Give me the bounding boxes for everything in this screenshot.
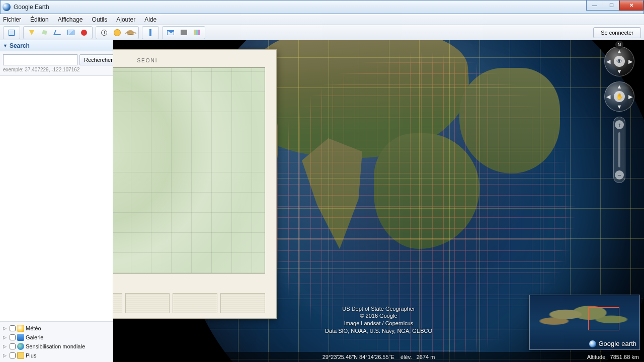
search-button[interactable]: Rechercher (79, 54, 117, 65)
status-coordinates: 29°23'25.46"N 84°14'26.55"E (323, 354, 394, 360)
chevron-left-icon[interactable]: ◀ (606, 94, 610, 100)
globe-icon (17, 343, 24, 350)
zoom-in-button[interactable]: + (615, 120, 624, 129)
layer-row-sensibilisation[interactable]: ▷ Sensibilisation mondiale (1, 342, 112, 351)
window-maximize-button[interactable]: ☐ (603, 1, 620, 11)
menu-ajouter[interactable]: Ajouter (116, 16, 135, 23)
toolbar: Se connecter (0, 25, 644, 40)
chevron-down-icon[interactable]: ▼ (617, 68, 622, 74)
planets-button[interactable] (124, 27, 136, 38)
topo-sheet-body (113, 67, 265, 274)
topo-sheet-title: SEONI (113, 58, 265, 63)
add-image-overlay-button[interactable] (65, 27, 77, 38)
layer-row-galerie[interactable]: ▷ Galerie (1, 333, 112, 342)
chevron-up-icon[interactable]: ▲ (617, 83, 622, 89)
eye-icon[interactable]: 👁 (614, 56, 625, 67)
window-minimize-button[interactable]: — (586, 1, 603, 11)
record-tour-button[interactable] (78, 27, 90, 38)
attribution-line: © 2016 Google (325, 312, 432, 320)
expand-icon: ▷ (3, 344, 8, 349)
menu-fichier[interactable]: Fichier (3, 16, 21, 23)
menu-affichage[interactable]: Affichage (58, 16, 83, 23)
imagery-attribution: US Dept of State Geographer © 2016 Googl… (325, 305, 432, 335)
search-panel-header[interactable]: ▼ Search (0, 40, 113, 51)
overview-view-rect (588, 307, 619, 330)
weather-icon (17, 325, 24, 332)
expand-icon: ▷ (3, 335, 8, 340)
chevron-right-icon[interactable]: ▶ (628, 94, 632, 100)
chevron-down-icon[interactable]: ▼ (617, 104, 622, 110)
topo-map-overlay[interactable]: SEONI (113, 49, 277, 319)
print-button[interactable] (178, 27, 190, 38)
menu-edition[interactable]: Édition (30, 16, 49, 23)
look-compass[interactable]: N ▲ ▼ ◀ ▶ 👁 (604, 46, 634, 76)
search-header-label: Search (10, 42, 30, 49)
add-polygon-button[interactable] (39, 27, 51, 38)
status-elev-value: 2674 m (417, 354, 435, 360)
folder-icon (17, 352, 24, 359)
hide-sidebar-button[interactable] (6, 27, 18, 38)
historical-imagery-button[interactable] (98, 27, 110, 38)
collapse-icon: ▼ (3, 43, 8, 48)
attribution-line: US Dept of State Geographer (325, 305, 432, 313)
window-close-button[interactable]: ✕ (619, 1, 643, 11)
expand-icon: ▷ (3, 353, 8, 358)
layer-label: Sensibilisation mondiale (26, 343, 85, 349)
add-placemark-button[interactable] (26, 27, 38, 38)
layers-panel: ▷ Météo ▷ Galerie ▷ Sensibilisation mond… (0, 322, 113, 362)
menu-outils[interactable]: Outils (92, 16, 108, 23)
places-panel[interactable] (0, 75, 113, 322)
layer-checkbox[interactable] (10, 334, 16, 340)
gallery-icon (17, 334, 24, 341)
window-title: Google Earth (14, 4, 49, 11)
zoom-track[interactable] (618, 132, 620, 167)
window-titlebar: Google Earth — ☐ ✕ (0, 0, 644, 14)
map-viewport[interactable]: SEONI N ▲ ▼ ◀ ▶ 👁 ▲ ▼ ◀ ▶ ✋ + (113, 40, 644, 362)
sunlight-button[interactable] (111, 27, 123, 38)
layer-checkbox[interactable] (10, 325, 16, 331)
layer-checkbox[interactable] (10, 352, 16, 358)
expand-icon: ▷ (3, 326, 8, 331)
search-input[interactable] (3, 54, 77, 65)
status-elev-label: élév. (400, 354, 412, 360)
layer-label: Météo (26, 325, 41, 331)
zoom-out-button[interactable]: − (615, 170, 624, 179)
chevron-left-icon[interactable]: ◀ (606, 58, 610, 65)
sidebar: ▼ Search Rechercher exemple: 37.407229, … (0, 40, 113, 362)
pan-control[interactable]: ▲ ▼ ◀ ▶ ✋ (604, 81, 634, 112)
sign-in-button[interactable]: Se connecter (593, 27, 641, 38)
search-example-text: exemple: 37.407229, -122.107162 (3, 67, 110, 72)
google-earth-logo: Google earth (589, 340, 636, 347)
app-icon (3, 3, 11, 11)
navigation-controls: N ▲ ▼ ◀ ▶ 👁 ▲ ▼ ◀ ▶ ✋ + − (602, 46, 637, 183)
layer-row-meteo[interactable]: ▷ Météo (1, 324, 112, 333)
status-alt-label: Altitude (587, 354, 606, 360)
attribution-line: Data SIO, NOAA, U.S. Navy, NGA, GEBCO (325, 327, 432, 335)
hand-icon[interactable]: ✋ (614, 91, 625, 102)
status-alt-value: 7851.68 km (610, 354, 639, 360)
email-button[interactable] (165, 27, 177, 38)
menu-aide[interactable]: Aide (144, 16, 156, 23)
layer-label: Galerie (26, 334, 43, 340)
menu-bar: Fichier Édition Affichage Outils Ajouter… (0, 14, 644, 25)
status-bar: 29°23'25.46"N 84°14'26.55"E élév. 2674 m… (113, 352, 644, 362)
add-path-button[interactable] (52, 27, 64, 38)
layer-checkbox[interactable] (10, 343, 16, 349)
topo-sheet-legend (113, 293, 265, 313)
layer-label: Plus (26, 352, 36, 358)
zoom-slider[interactable]: + − (613, 117, 625, 183)
attribution-line: Image Landsat / Copernicus (325, 320, 432, 327)
overview-map[interactable]: Google earth (529, 295, 640, 350)
save-image-button[interactable] (191, 27, 203, 38)
layer-row-plus[interactable]: ▷ Plus (1, 351, 112, 360)
ruler-button[interactable] (144, 27, 156, 38)
chevron-up-icon[interactable]: ▲ (617, 48, 622, 54)
chevron-right-icon[interactable]: ▶ (628, 58, 632, 65)
earth-icon (589, 340, 596, 347)
north-indicator[interactable]: N (615, 41, 623, 49)
